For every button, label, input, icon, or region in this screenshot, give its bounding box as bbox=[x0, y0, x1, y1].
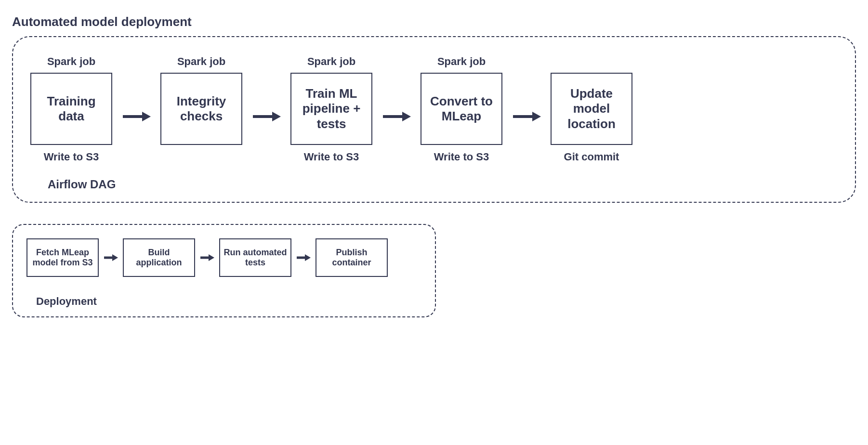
arrow-icon bbox=[122, 95, 151, 123]
box-run-tests: Run automated tests bbox=[219, 238, 291, 277]
box-integrity-checks: Integrity checks bbox=[160, 73, 242, 145]
airflow-section-label: Airflow DAG bbox=[48, 178, 838, 191]
box-train-ml-pipeline: Train ML pipeline + tests bbox=[290, 73, 372, 145]
svg-marker-9 bbox=[112, 254, 118, 261]
step-above-label: Spark job bbox=[307, 54, 355, 69]
svg-marker-1 bbox=[142, 112, 151, 121]
arrow-icon bbox=[512, 95, 541, 123]
step-update-model-location: Update model location Git commit bbox=[551, 54, 632, 164]
svg-marker-5 bbox=[402, 112, 411, 121]
step-above-label: Spark job bbox=[437, 54, 486, 69]
arrow-icon bbox=[252, 95, 281, 123]
diagram-title: Automated model deployment bbox=[12, 14, 856, 29]
svg-marker-11 bbox=[209, 254, 214, 261]
arrow-icon bbox=[104, 253, 118, 262]
arrow-icon bbox=[296, 253, 311, 262]
step-below-label: Write to S3 bbox=[304, 150, 359, 164]
box-update-model-location: Update model location bbox=[551, 73, 632, 145]
step-above-label: Spark job bbox=[47, 54, 95, 69]
step-below-label: Write to S3 bbox=[44, 150, 99, 164]
svg-marker-3 bbox=[272, 112, 281, 121]
step-integrity-checks: Spark job Integrity checks bbox=[160, 54, 242, 164]
step-below-label: Write to S3 bbox=[434, 150, 489, 164]
box-fetch-mleap: Fetch MLeap model from S3 bbox=[26, 238, 99, 277]
step-above-label: Spark job bbox=[177, 54, 225, 69]
box-publish-container: Publish container bbox=[316, 238, 388, 277]
airflow-dag-section: Spark job Training data Write to S3 Spar… bbox=[12, 36, 856, 203]
step-below-label: Git commit bbox=[564, 150, 619, 164]
svg-marker-13 bbox=[305, 254, 311, 261]
step-convert-mleap: Spark job Convert to MLeap Write to S3 bbox=[421, 54, 502, 164]
box-convert-mleap: Convert to MLeap bbox=[421, 73, 502, 145]
svg-marker-7 bbox=[532, 112, 541, 121]
box-training-data: Training data bbox=[30, 73, 112, 145]
deployment-flow-row: Fetch MLeap model from S3 Build applicat… bbox=[26, 238, 421, 277]
deployment-section-label: Deployment bbox=[36, 295, 421, 308]
deployment-section: Fetch MLeap model from S3 Build applicat… bbox=[12, 224, 436, 317]
airflow-flow-row: Spark job Training data Write to S3 Spar… bbox=[30, 54, 838, 164]
arrow-icon bbox=[200, 253, 214, 262]
arrow-icon bbox=[382, 95, 411, 123]
step-train-ml-pipeline: Spark job Train ML pipeline + tests Writ… bbox=[290, 54, 372, 164]
box-build-application: Build application bbox=[123, 238, 195, 277]
step-training-data: Spark job Training data Write to S3 bbox=[30, 54, 112, 164]
